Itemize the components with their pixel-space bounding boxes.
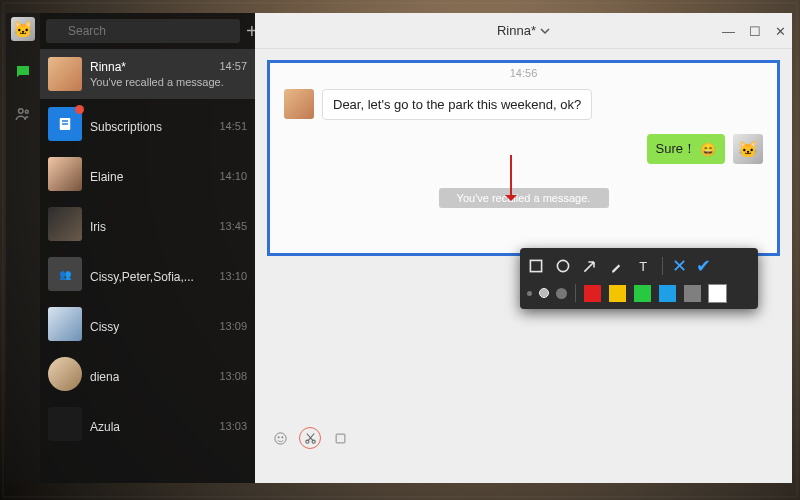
chat-time: 13:10 [219, 270, 247, 284]
avatar [48, 357, 82, 391]
avatar [48, 307, 82, 341]
separator [662, 257, 663, 275]
svg-point-10 [305, 440, 308, 443]
chat-name: diena [90, 370, 119, 384]
color-swatch[interactable] [634, 285, 651, 302]
chat-time: 13:09 [219, 320, 247, 334]
separator [575, 284, 576, 302]
color-swatch[interactable] [584, 285, 601, 302]
confirm-button[interactable]: ✔ [696, 255, 711, 277]
svg-point-7 [274, 432, 285, 443]
chat-time: 13:03 [219, 420, 247, 434]
conversation-sidebar: + Rinna*14:57 You've recalled a message.… [40, 13, 255, 483]
avatar: 👥 [48, 257, 82, 291]
chat-name: Elaine [90, 170, 123, 184]
stroke-small[interactable] [527, 291, 532, 296]
chat-item-azula[interactable]: Azula13:03 [40, 399, 255, 449]
attach-button[interactable] [331, 429, 349, 447]
emoji-button[interactable] [271, 429, 289, 447]
svg-rect-6 [62, 123, 68, 125]
avatar [48, 57, 82, 91]
brush-tool[interactable] [608, 257, 626, 275]
timestamp: 14:56 [270, 63, 777, 79]
composer-toolbar [271, 427, 349, 449]
search-input[interactable] [46, 19, 240, 43]
recall-notice: You've recalled a message. [439, 188, 609, 208]
text-tool[interactable]: T [635, 257, 653, 275]
my-avatar[interactable]: 🐱 [11, 17, 35, 41]
svg-rect-5 [62, 120, 68, 122]
chat-name: Iris [90, 220, 106, 234]
chat-name: Cissy,Peter,Sofia,... [90, 270, 194, 284]
chat-time: 14:51 [219, 120, 247, 134]
chevron-down-icon [540, 26, 550, 36]
svg-point-8 [278, 436, 279, 437]
arrow-tool[interactable] [581, 257, 599, 275]
chat-time: 14:57 [219, 60, 247, 74]
svg-rect-14 [336, 434, 345, 443]
maximize-button[interactable]: ☐ [749, 24, 761, 39]
chat-item-group[interactable]: 👥 Cissy,Peter,Sofia,...13:10 [40, 249, 255, 299]
outgoing-message: Sure！ 😄 🐱 [270, 130, 777, 170]
chat-time: 14:10 [219, 170, 247, 184]
chat-item-cissy[interactable]: Cissy13:09 [40, 299, 255, 349]
chat-item-elaine[interactable]: Elaine14:10 [40, 149, 255, 199]
incoming-bubble: Dear, let's go to the park this weekend,… [322, 89, 592, 120]
chat-preview: You've recalled a message. [90, 76, 247, 88]
avatar [48, 407, 82, 441]
nav-rail: 🐱 [6, 13, 40, 483]
annotation-arrow [505, 155, 517, 207]
rect-tool[interactable] [527, 257, 545, 275]
svg-rect-15 [530, 260, 541, 271]
chat-name: Rinna* [90, 60, 126, 74]
chat-header: Rinna* — ☐ ✕ [255, 13, 792, 49]
ellipse-tool[interactable] [554, 257, 572, 275]
color-swatch[interactable] [659, 285, 676, 302]
avatar [48, 207, 82, 241]
color-swatch[interactable] [609, 285, 626, 302]
chat-list: Rinna*14:57 You've recalled a message. S… [40, 49, 255, 449]
chat-title-text: Rinna* [497, 23, 536, 38]
close-button[interactable]: ✕ [775, 24, 786, 39]
svg-point-0 [19, 109, 24, 114]
my-avatar-small[interactable]: 🐱 [733, 134, 763, 164]
svg-point-16 [557, 260, 568, 271]
new-chat-button[interactable]: + [246, 19, 255, 43]
chat-name: Cissy [90, 320, 119, 334]
screenshot-toolbar: T ✕ ✔ [520, 248, 758, 309]
chat-item-diena[interactable]: diena13:08 [40, 349, 255, 399]
chat-name: Azula [90, 420, 120, 434]
search-wrapper [46, 19, 240, 43]
svg-point-9 [281, 436, 282, 437]
color-swatch[interactable] [709, 285, 726, 302]
outgoing-text: Sure！ [656, 140, 696, 158]
stroke-medium[interactable] [540, 289, 548, 297]
screenshot-button[interactable] [299, 427, 321, 449]
conversation-selection: 14:56 Dear, let's go to the park this we… [270, 63, 777, 253]
chat-time: 13:08 [219, 370, 247, 384]
chat-item-iris[interactable]: Iris13:45 [40, 199, 255, 249]
chat-title[interactable]: Rinna* [497, 23, 550, 38]
chats-tab-icon[interactable] [12, 61, 34, 83]
outgoing-bubble: Sure！ 😄 [647, 134, 725, 164]
chat-name: Subscriptions [90, 120, 162, 134]
svg-point-11 [312, 440, 315, 443]
minimize-button[interactable]: — [722, 24, 735, 39]
sender-avatar[interactable] [284, 89, 314, 119]
chat-time: 13:45 [219, 220, 247, 234]
incoming-message: Dear, let's go to the park this weekend,… [270, 79, 777, 130]
color-swatch[interactable] [684, 285, 701, 302]
stroke-large[interactable] [556, 288, 567, 299]
contacts-tab-icon[interactable] [12, 103, 34, 125]
cancel-button[interactable]: ✕ [672, 255, 687, 277]
chat-item-rinna[interactable]: Rinna*14:57 You've recalled a message. [40, 49, 255, 99]
avatar [48, 107, 82, 141]
grin-emoji-icon: 😄 [700, 142, 716, 157]
svg-point-1 [25, 110, 28, 113]
avatar [48, 157, 82, 191]
svg-text:T: T [639, 259, 647, 274]
chat-item-subscriptions[interactable]: Subscriptions14:51 [40, 99, 255, 149]
